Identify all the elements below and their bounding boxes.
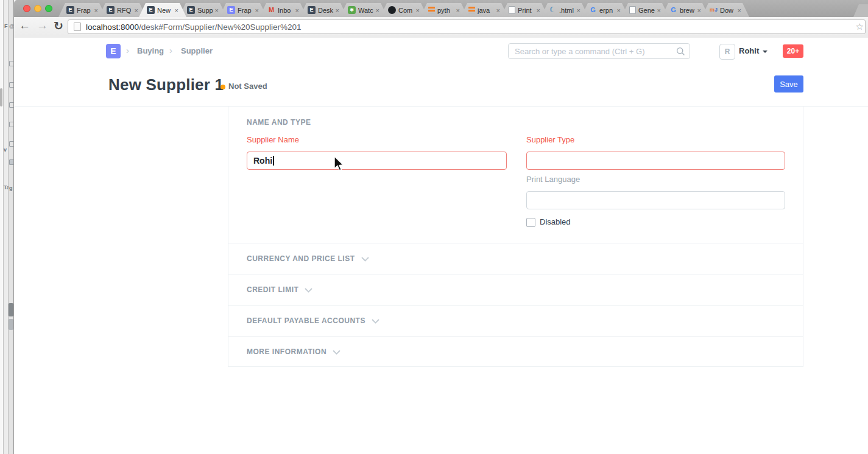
- status-badge: Not Saved: [228, 82, 267, 91]
- tab-close-icon[interactable]: ×: [135, 7, 138, 13]
- section-default-payable-accounts[interactable]: DEFAULT PAYABLE ACCOUNTS: [228, 305, 803, 336]
- breadcrumb-supplier[interactable]: Supplier: [181, 46, 213, 55]
- stackoverflow-icon: [468, 7, 475, 13]
- browser-tab-strip: E Frap × E RFQ × E New × E Supp × E Frap: [14, 0, 868, 17]
- user-name: Rohit: [739, 46, 759, 55]
- document-icon: [629, 6, 636, 14]
- browser-tab[interactable]: M Inbo ×: [259, 3, 307, 17]
- tab-close-icon[interactable]: ×: [416, 7, 420, 13]
- section-name-and-type: NAME AND TYPE: [247, 118, 311, 127]
- app-navbar: E › Buying › Supplier R Rohit 20+: [14, 38, 868, 66]
- tab-close-icon[interactable]: ×: [215, 7, 219, 13]
- background-window-fragment: [9, 319, 13, 330]
- browser-tab[interactable]: java ×: [460, 3, 508, 17]
- browser-tab[interactable]: ✱ Watc ×: [340, 3, 387, 17]
- erpnext-logo[interactable]: E: [106, 44, 121, 58]
- back-button[interactable]: ←: [19, 19, 30, 32]
- notification-badge[interactable]: 20+: [783, 44, 803, 58]
- disabled-checkbox[interactable]: [526, 218, 535, 227]
- chevron-down-icon: [305, 288, 312, 293]
- google-icon: G: [589, 6, 597, 14]
- browser-tab[interactable]: Com ×: [380, 3, 428, 17]
- stackoverflow-icon: [428, 7, 435, 13]
- erpnext-desk: E › Buying › Supplier R Rohit 20+ New Su…: [14, 38, 868, 454]
- browser-tab[interactable]: E RFQ ×: [99, 3, 146, 17]
- breadcrumb-buying[interactable]: Buying: [137, 46, 164, 55]
- bookmark-star-icon[interactable]: ☆: [856, 21, 864, 32]
- supplier-name-input[interactable]: Rohi: [247, 152, 507, 170]
- browser-tab[interactable]: E Frap ×: [219, 3, 267, 17]
- new-tab-button[interactable]: [853, 4, 868, 17]
- breadcrumb-chevron-icon: ›: [126, 45, 129, 55]
- supplier-name-label: Supplier Name: [247, 135, 299, 144]
- tab-close-icon[interactable]: ×: [697, 7, 701, 13]
- forward-button[interactable]: →: [37, 19, 48, 32]
- tab-close-icon[interactable]: ×: [94, 7, 98, 13]
- page-icon: [74, 23, 81, 31]
- tab-close-icon[interactable]: ×: [617, 7, 621, 13]
- section-credit-limit[interactable]: CREDIT LIMIT: [228, 274, 803, 305]
- search-icon: [676, 47, 685, 56]
- background-scrollbar-thumb: [0, 88, 2, 107]
- supplier-form: NAME AND TYPE Supplier Name Rohi Supplie…: [228, 106, 803, 367]
- caret-down-icon: [763, 51, 767, 53]
- text-caret: [273, 156, 274, 166]
- print-language-label: Print Language: [526, 175, 580, 184]
- browser-tab[interactable]: ☾ .html ×: [541, 3, 588, 17]
- tab-close-icon[interactable]: ×: [577, 7, 580, 13]
- macos-zoom-button[interactable]: [45, 5, 52, 12]
- erpnext-icon: E: [308, 6, 316, 14]
- erpnext-icon: E: [147, 6, 155, 14]
- tab-close-icon[interactable]: ×: [175, 7, 178, 13]
- avatar[interactable]: R: [719, 44, 735, 60]
- green-app-icon: ✱: [348, 6, 356, 14]
- tab-close-icon[interactable]: ×: [657, 7, 661, 13]
- page-title: New Supplier 1: [108, 75, 224, 94]
- browser-tab[interactable]: Print ×: [501, 3, 548, 17]
- tab-close-icon[interactable]: ×: [336, 7, 339, 13]
- tab-close-icon[interactable]: ×: [456, 7, 460, 13]
- section-more-information[interactable]: MORE INFORMATION: [228, 336, 803, 367]
- print-language-input[interactable]: [526, 191, 785, 209]
- jquery-icon: ☾: [549, 6, 557, 14]
- address-bar[interactable]: localhost:8000/desk#Form/Supplier/New%20…: [68, 19, 866, 34]
- browser-tab[interactable]: E Supp ×: [179, 3, 227, 17]
- tab-close-icon[interactable]: ×: [255, 7, 259, 13]
- finder-devices-label: v: [4, 147, 7, 153]
- browser-tab[interactable]: Gene ×: [621, 3, 669, 17]
- save-button[interactable]: Save: [774, 75, 803, 93]
- browser-tab[interactable]: G brew ×: [662, 3, 709, 17]
- browser-tab-active[interactable]: E New ×: [139, 3, 186, 17]
- user-menu[interactable]: Rohit: [739, 46, 767, 55]
- tab-close-icon[interactable]: ×: [738, 7, 741, 13]
- browser-toolbar: ← → ↻ localhost:8000/desk#Form/Supplier/…: [14, 17, 868, 38]
- mou-icon: mJ: [710, 6, 718, 14]
- supplier-type-input[interactable]: [526, 152, 785, 170]
- tab-close-icon[interactable]: ×: [376, 7, 379, 13]
- disabled-label: Disabled: [540, 217, 571, 226]
- section-currency-and-price-list[interactable]: CURRENCY AND PRICE LIST: [228, 243, 803, 274]
- reload-button[interactable]: ↻: [54, 19, 63, 33]
- chevron-down-icon: [372, 319, 379, 324]
- finder-favorites-label: F: [4, 23, 8, 29]
- tab-close-icon[interactable]: ×: [537, 7, 540, 13]
- browser-tab[interactable]: mJ Dow ×: [702, 3, 749, 17]
- browser-tab[interactable]: G erpn ×: [581, 3, 629, 17]
- not-saved-indicator-dot: [221, 85, 225, 89]
- finder-tags-label-2: g: [9, 185, 13, 191]
- browser-tab[interactable]: E Frap ×: [58, 3, 106, 17]
- google-icon: G: [669, 6, 677, 14]
- gmail-icon: M: [267, 6, 275, 14]
- tab-close-icon[interactable]: ×: [496, 7, 500, 13]
- macos-minimize-button[interactable]: [34, 5, 41, 12]
- global-search: [508, 43, 690, 59]
- background-window-strip: F v Ta @ g: [0, 0, 13, 454]
- browser-tab[interactable]: E Desk ×: [300, 3, 347, 17]
- search-input[interactable]: [508, 43, 690, 59]
- macos-close-button[interactable]: [23, 5, 30, 12]
- tab-close-icon[interactable]: ×: [295, 7, 299, 13]
- erpnext-icon: E: [107, 6, 115, 14]
- background-window-fragment: [9, 303, 13, 316]
- browser-tab[interactable]: pyth ×: [420, 3, 468, 17]
- breadcrumb-chevron-icon: ›: [169, 45, 172, 55]
